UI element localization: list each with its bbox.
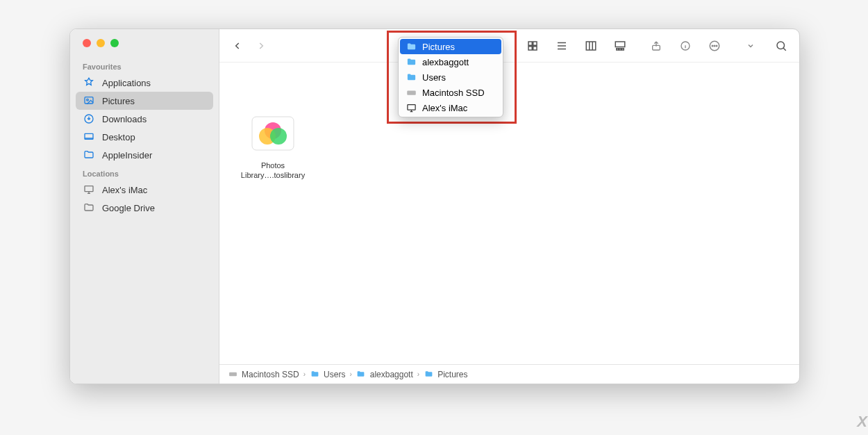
chevron-right-icon: › xyxy=(303,370,306,378)
title-path-popover: Pictures alexbaggott Users Macintosh SSD… xyxy=(398,37,503,117)
path-crumb[interactable]: Macintosh SSD xyxy=(242,370,299,379)
popover-item-label: alexbaggott xyxy=(422,57,469,67)
sidebar-item-label: Desktop xyxy=(102,132,135,142)
favourites-heading: Favourites xyxy=(70,57,219,74)
disk-icon xyxy=(228,370,237,379)
view-controls xyxy=(523,36,630,56)
sidebar-item-alexs-imac[interactable]: Alex's iMac xyxy=(76,181,213,199)
photos-library-icon xyxy=(249,110,297,157)
path-crumb[interactable]: alexbaggott xyxy=(370,370,413,379)
path-crumb[interactable]: Pictures xyxy=(437,370,467,379)
svg-rect-6 xyxy=(533,42,537,45)
sidebar-item-appleinsider[interactable]: AppleInsider xyxy=(76,146,213,164)
view-column-button[interactable] xyxy=(581,36,601,56)
more-button[interactable] xyxy=(705,36,724,56)
sidebar-item-label: Alex's iMac xyxy=(102,185,147,195)
path-crumb[interactable]: Users xyxy=(324,370,345,379)
svg-rect-13 xyxy=(621,48,624,49)
path-bar: Macintosh SSD › Users › alexbaggott › Pi… xyxy=(219,364,799,384)
folder-icon xyxy=(310,370,319,379)
sidebar: Favourites Applications Pictures Downloa… xyxy=(70,29,219,384)
view-gallery-button[interactable] xyxy=(610,36,630,56)
svg-point-19 xyxy=(716,45,717,47)
disk-icon xyxy=(406,87,417,98)
popover-item-pictures[interactable]: Pictures xyxy=(400,39,501,54)
forward-button[interactable] xyxy=(251,36,271,56)
popover-item-alexbaggott[interactable]: alexbaggott xyxy=(400,54,501,69)
folder-outline-icon xyxy=(83,202,95,214)
svg-rect-11 xyxy=(617,48,619,49)
folder-icon xyxy=(356,370,366,379)
info-button[interactable] xyxy=(676,36,695,56)
sidebar-item-downloads[interactable]: Downloads xyxy=(76,110,213,128)
imac-icon xyxy=(83,183,95,196)
svg-rect-25 xyxy=(229,372,237,376)
svg-rect-5 xyxy=(528,42,532,45)
popover-item-users[interactable]: Users xyxy=(400,69,501,85)
sidebar-item-desktop[interactable]: Desktop xyxy=(76,128,213,146)
dropdown-chevron-icon[interactable] xyxy=(741,36,760,56)
popover-item-alexs-imac[interactable]: Alex's iMac xyxy=(400,100,501,115)
svg-rect-4 xyxy=(85,186,93,192)
main-area: Photos Library….toslibrary Macintosh SSD… xyxy=(219,29,799,384)
action-controls xyxy=(646,36,724,56)
toolbar xyxy=(219,29,799,63)
folder-icon xyxy=(424,370,433,379)
svg-point-18 xyxy=(714,45,715,47)
svg-point-1 xyxy=(87,99,89,101)
minimize-button[interactable] xyxy=(97,39,105,47)
sidebar-item-applications[interactable]: Applications xyxy=(76,74,213,92)
svg-rect-8 xyxy=(533,46,537,49)
app-icon xyxy=(83,76,95,89)
popover-item-label: Users xyxy=(422,72,446,83)
folder-icon xyxy=(83,149,95,161)
sidebar-item-label: Google Drive xyxy=(102,203,155,213)
svg-rect-9 xyxy=(586,42,596,50)
sidebar-item-label: Downloads xyxy=(102,114,147,124)
image-icon xyxy=(83,95,95,107)
sidebar-item-google-drive[interactable]: Google Drive xyxy=(76,199,213,217)
svg-rect-26 xyxy=(407,90,416,95)
folder-icon xyxy=(406,56,417,67)
sidebar-item-label: Pictures xyxy=(102,96,135,106)
sidebar-item-pictures[interactable]: Pictures xyxy=(76,92,213,110)
svg-rect-27 xyxy=(407,104,415,110)
download-icon xyxy=(83,113,95,125)
close-button[interactable] xyxy=(83,39,91,47)
popover-item-label: Macintosh SSD xyxy=(422,88,485,98)
folder-icon xyxy=(406,41,417,52)
search-button[interactable] xyxy=(771,36,791,56)
sidebar-item-label: AppleInsider xyxy=(102,150,152,161)
content-area[interactable]: Photos Library….toslibrary xyxy=(219,63,799,364)
view-list-button[interactable] xyxy=(552,36,571,56)
view-icon-button[interactable] xyxy=(523,36,542,56)
svg-rect-10 xyxy=(615,42,625,47)
share-button[interactable] xyxy=(646,36,666,56)
chevron-right-icon: › xyxy=(417,370,419,378)
imac-icon xyxy=(406,102,417,113)
finder-window: Favourites Applications Pictures Downloa… xyxy=(69,28,800,384)
svg-rect-12 xyxy=(619,48,621,49)
file-item-photos-library[interactable]: Photos Library….toslibrary xyxy=(242,110,304,181)
popover-item-label: Alex's iMac xyxy=(422,103,467,113)
chevron-right-icon: › xyxy=(349,370,351,378)
locations-heading: Locations xyxy=(70,164,219,181)
svg-rect-7 xyxy=(528,46,532,49)
maximize-button[interactable] xyxy=(110,39,119,47)
popover-item-label: Pictures xyxy=(422,42,455,52)
folder-icon xyxy=(406,72,417,83)
svg-point-24 xyxy=(270,128,287,145)
watermark: X xyxy=(857,413,868,431)
back-button[interactable] xyxy=(228,36,247,56)
sidebar-item-label: Applications xyxy=(102,78,151,88)
svg-point-17 xyxy=(712,45,713,47)
svg-point-20 xyxy=(777,42,785,49)
desktop-icon xyxy=(83,131,95,143)
popover-item-macintosh-ssd[interactable]: Macintosh SSD xyxy=(400,85,501,100)
window-controls xyxy=(70,39,219,57)
file-label: Photos Library….toslibrary xyxy=(241,161,305,181)
